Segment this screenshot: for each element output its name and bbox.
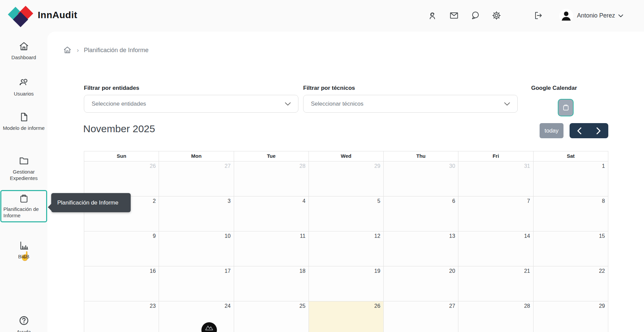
day-number: 28 [524, 303, 530, 309]
day-cell-15[interactable]: 15 [534, 231, 608, 266]
day-number: 15 [599, 233, 605, 239]
calendar-grid: SunMonTueWedThuFriSat 262728293031123456… [84, 151, 608, 332]
user-menu[interactable]: Antonio Perez [577, 12, 623, 19]
breadcrumb: › Planificación de Informe [63, 46, 149, 54]
day-cell-24[interactable]: 24 [159, 301, 234, 332]
home-icon [19, 41, 29, 52]
day-number: 25 [299, 303, 305, 309]
main-content: › Planificación de Informe Filtrar por e… [47, 32, 644, 332]
tooltip-text: Planificación de Informe [57, 199, 118, 206]
day-number: 8 [602, 198, 605, 204]
day-cell-25[interactable]: 25 [234, 301, 309, 332]
day-number: 2 [153, 198, 156, 204]
day-number: 19 [374, 268, 380, 274]
google-calendar-label: Google Calendar [531, 85, 602, 91]
google-calendar-button[interactable] [558, 99, 574, 116]
calendar-icon [19, 194, 29, 204]
sidebar-item-label: Usuarios [12, 90, 36, 97]
brand-name: InnAudit [38, 10, 77, 21]
sidebar-item-planificacion-de-informe[interactable]: Planificación de Informe [0, 190, 47, 222]
day-cell-9[interactable]: 9 [84, 231, 159, 266]
sidebar-item-dashboard[interactable]: Dashboard [0, 41, 47, 61]
day-cell-16[interactable]: 16 [84, 266, 159, 301]
calendar-week-row: 9101112131415 [84, 231, 608, 266]
day-cell-12[interactable]: 12 [309, 231, 384, 266]
day-number: 3 [228, 198, 231, 204]
sidebar-item-label: Gestionar Expedientes [0, 169, 47, 181]
day-cell-13[interactable]: 13 [384, 231, 458, 266]
day-number: 29 [374, 163, 380, 169]
day-cell-17[interactable]: 17 [159, 266, 234, 301]
day-cell-10[interactable]: 10 [159, 231, 234, 266]
day-cell-19[interactable]: 19 [309, 266, 384, 301]
day-cell-30[interactable]: 30 [384, 161, 458, 196]
day-number: 12 [374, 233, 380, 239]
chevron-right-icon [597, 127, 601, 134]
weekday-tue: Tue [234, 151, 309, 161]
sidebar-item-bib[interactable]: Bi&B [0, 240, 47, 260]
day-cell-21[interactable]: 21 [458, 266, 533, 301]
day-cell-22[interactable]: 22 [534, 266, 608, 301]
mail-icon[interactable] [449, 10, 459, 21]
avatar[interactable] [559, 9, 573, 23]
settings-icon[interactable] [491, 10, 502, 21]
day-cell-1[interactable]: 1 [534, 161, 608, 196]
day-cell-26[interactable]: 26 [84, 161, 159, 196]
day-number: 24 [225, 303, 231, 309]
day-number: 28 [299, 163, 305, 169]
filter-technicians-placeholder: Seleccionar técnicos [311, 101, 363, 107]
day-number: 31 [524, 163, 530, 169]
day-cell-27[interactable]: 27 [159, 161, 234, 196]
sidebar-item-usuarios[interactable]: Usuarios [0, 77, 47, 97]
day-cell-29[interactable]: 29 [309, 161, 384, 196]
chevron-down-icon [618, 14, 623, 17]
day-cell-14[interactable]: 14 [458, 231, 533, 266]
day-cell-5[interactable]: 5 [309, 196, 384, 231]
home-icon[interactable] [63, 46, 72, 54]
day-number: 4 [302, 198, 305, 204]
day-cell-3[interactable]: 3 [159, 196, 234, 231]
sidebar-item-ayuda[interactable]: Ayuda [0, 315, 47, 332]
day-cell-18[interactable]: 18 [234, 266, 309, 301]
chat-icon[interactable] [470, 10, 480, 21]
sidebar-item-label: Modelo de informe [1, 125, 46, 131]
day-cell-4[interactable]: 4 [234, 196, 309, 231]
day-cell-6[interactable]: 6 [384, 196, 458, 231]
day-cell-8[interactable]: 8 [534, 196, 608, 231]
sidebar-item-label: Ayuda [14, 329, 33, 332]
filter-entities-select[interactable]: Seleccione entidades [84, 95, 298, 113]
today-button[interactable]: today [540, 123, 564, 138]
day-cell-28[interactable]: 28 [234, 161, 309, 196]
sidebar-item-label: Bi&B [16, 253, 31, 260]
day-cell-29[interactable]: 29 [534, 301, 608, 332]
day-number: 9 [153, 233, 156, 239]
day-cell-23[interactable]: 23 [84, 301, 159, 332]
day-cell-11[interactable]: 11 [234, 231, 309, 266]
prev-month-button[interactable] [570, 123, 589, 138]
sidebar-item-label: Dashboard [9, 54, 38, 61]
day-cell-28[interactable]: 28 [458, 301, 533, 332]
sidebar-item-gestionar-expedientes[interactable]: Gestionar Expedientes [0, 155, 47, 181]
day-number: 26 [150, 163, 156, 169]
day-number: 27 [225, 163, 231, 169]
day-cell-26-today[interactable]: 26 [309, 301, 384, 332]
weekday-sat: Sat [534, 151, 608, 161]
day-number: 7 [527, 198, 530, 204]
help-icon [18, 315, 30, 326]
day-number: 10 [225, 233, 231, 239]
chevron-down-icon [285, 102, 291, 106]
day-cell-7[interactable]: 7 [458, 196, 533, 231]
logout-icon[interactable] [533, 10, 543, 21]
day-cell-27[interactable]: 27 [384, 301, 458, 332]
tooltip-planificacion: Planificación de Informe [51, 193, 131, 212]
filter-technicians-select[interactable]: Seleccionar técnicos [303, 95, 518, 113]
support-icon[interactable] [427, 10, 437, 21]
day-cell-31[interactable]: 31 [458, 161, 533, 196]
chevron-right-icon: › [77, 47, 79, 54]
day-number: 21 [524, 268, 530, 274]
sidebar-item-modelo-de-informe[interactable]: Modelo de informe [0, 112, 47, 131]
day-number: 5 [377, 198, 380, 204]
brand-logo[interactable]: InnAudit [8, 4, 77, 26]
day-cell-20[interactable]: 20 [384, 266, 458, 301]
next-month-button[interactable] [589, 123, 609, 138]
